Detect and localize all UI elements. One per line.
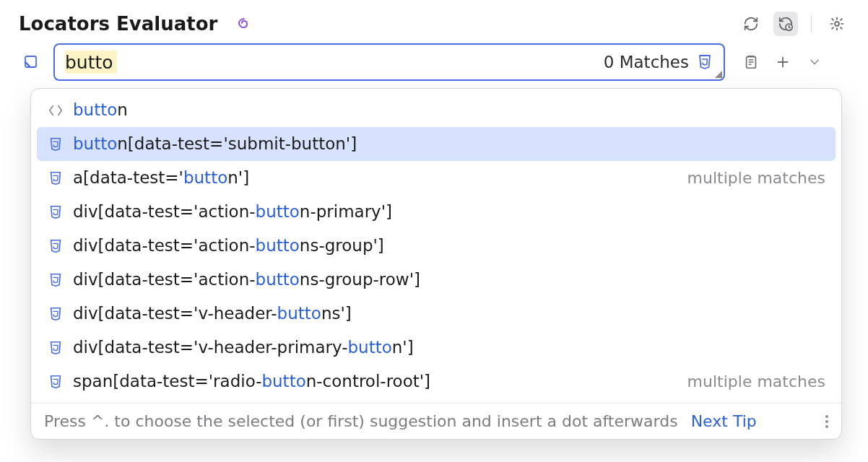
- suggestion-text: div[data-test='action-buttons-group-row'…: [73, 269, 420, 291]
- suggestion-text: button[data-test='submit-button']: [73, 133, 357, 155]
- suggestion-item[interactable]: div[data-test='v-header-buttons']: [37, 297, 836, 331]
- suggestion-text: div[data-test='action-button-primary']: [73, 201, 392, 223]
- suggestion-tail: multiple matches: [687, 167, 825, 189]
- footer-hint: Press ^. to choose the selected (or firs…: [44, 412, 678, 430]
- swirl-icon[interactable]: [235, 14, 253, 33]
- suggestion-item[interactable]: div[data-test='action-buttons-group-row'…: [37, 263, 836, 297]
- suggestion-text: span[data-test='radio-button-control-roo…: [73, 370, 430, 393]
- suggestion-item[interactable]: div[data-test='action-button-primary']: [37, 195, 836, 229]
- suggestion-text: div[data-test='action-buttons-group']: [73, 235, 384, 257]
- suggestion-tail: multiple matches: [687, 371, 825, 393]
- suggestion-item[interactable]: button: [37, 93, 836, 127]
- css-selector-icon[interactable]: [695, 52, 715, 72]
- css-selector-icon: [47, 204, 64, 221]
- chevron-down-icon[interactable]: [804, 52, 825, 72]
- history-icon[interactable]: [741, 52, 761, 72]
- refresh-history-icon[interactable]: [773, 12, 798, 36]
- css-selector-icon: [47, 136, 64, 153]
- suggestion-item[interactable]: span[data-test='radio-button-control-roo…: [37, 365, 836, 398]
- suggestion-item[interactable]: button[data-test='submit-button']: [37, 127, 836, 161]
- suggestion-text: a[data-test='button']: [73, 167, 249, 189]
- locator-input-container: butto 0 Matches: [53, 43, 725, 81]
- suggestion-item[interactable]: div[data-test='v-header-primary-button']: [37, 331, 836, 365]
- suggestion-item[interactable]: div[data-test='action-buttons-group']: [37, 229, 836, 263]
- add-icon[interactable]: [773, 52, 793, 72]
- suggestion-text: div[data-test='v-header-primary-button']: [73, 336, 414, 359]
- suggestion-text: button: [73, 99, 128, 121]
- suggestion-text: div[data-test='v-header-buttons']: [73, 302, 352, 325]
- search-row: butto 0 Matches: [0, 43, 868, 81]
- suggestions-dropdown: buttonbutton[data-test='submit-button']a…: [30, 88, 842, 440]
- more-options-icon[interactable]: [825, 415, 828, 428]
- page-title: Locators Evaluator: [19, 13, 217, 35]
- css-selector-icon: [47, 305, 64, 323]
- tag-icon: [47, 102, 64, 119]
- toolbar-divider: [811, 15, 812, 32]
- header-bar: Locators Evaluator: [0, 0, 868, 43]
- css-selector-icon: [47, 170, 64, 187]
- suggestion-item[interactable]: a[data-test='button']multiple matches: [37, 161, 836, 195]
- css-selector-icon: [47, 339, 64, 357]
- css-selector-icon: [47, 373, 64, 391]
- svg-rect-2: [25, 56, 36, 67]
- svg-point-1: [835, 22, 839, 26]
- locator-input[interactable]: butto: [65, 52, 113, 73]
- resize-handle[interactable]: [715, 71, 722, 78]
- refresh-icon[interactable]: [739, 12, 763, 36]
- dropdown-footer: Press ^. to choose the selected (or firs…: [31, 403, 841, 439]
- search-toolbar: [741, 52, 825, 72]
- element-picker-icon[interactable]: [19, 50, 43, 74]
- matches-count: 0 Matches: [604, 53, 689, 71]
- next-tip-link[interactable]: Next Tip: [691, 412, 757, 430]
- suggestions-list: buttonbutton[data-test='submit-button']a…: [31, 89, 841, 398]
- css-selector-icon: [47, 271, 64, 289]
- css-selector-icon: [47, 237, 64, 255]
- gear-icon[interactable]: [825, 12, 849, 36]
